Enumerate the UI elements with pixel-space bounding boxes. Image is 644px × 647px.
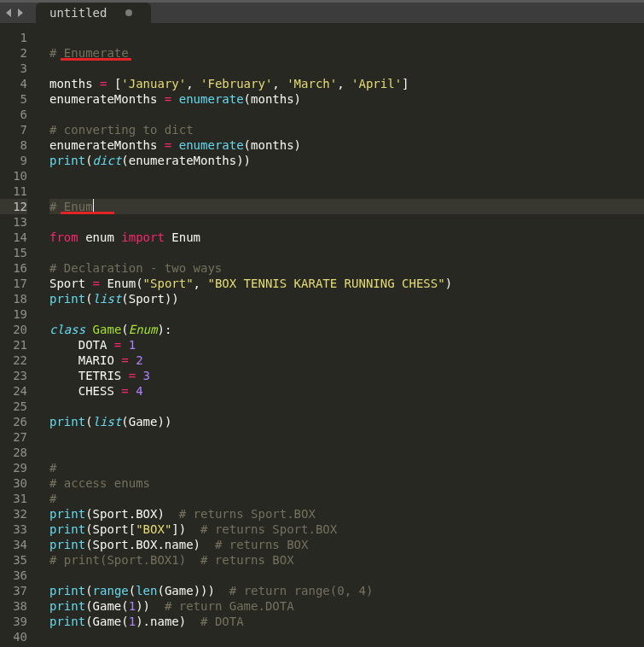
file-tab[interactable]: untitled — [36, 3, 151, 23]
code-line[interactable]: # Declaration - two ways — [49, 260, 644, 276]
line-number[interactable]: 7 — [0, 122, 27, 137]
code-area[interactable]: # Enumerate months = ['January', 'Februa… — [34, 23, 644, 647]
svg-marker-0 — [6, 9, 11, 17]
code-line[interactable]: print(dict(enumerateMonths)) — [49, 153, 644, 168]
title-bar: untitled — [0, 3, 644, 23]
nav-arrows[interactable] — [0, 6, 29, 20]
text-caret — [93, 199, 95, 213]
line-number[interactable]: 35 — [0, 552, 27, 568]
code-line[interactable]: # Enumerate — [49, 45, 644, 61]
line-number-gutter[interactable]: 1234567891011121314151617181920212223242… — [0, 23, 34, 647]
line-number[interactable]: 32 — [0, 506, 27, 522]
code-line[interactable]: # access enums — [49, 475, 644, 491]
line-number[interactable]: 31 — [0, 491, 27, 506]
code-line[interactable] — [49, 245, 644, 260]
code-line[interactable]: months = ['January', 'February', 'March'… — [49, 76, 644, 91]
line-number[interactable]: 9 — [0, 153, 27, 168]
code-line[interactable]: enumerateMonths = enumerate(months) — [49, 137, 644, 153]
code-line[interactable] — [49, 61, 644, 76]
code-line[interactable] — [49, 107, 644, 122]
line-number[interactable]: 24 — [0, 383, 27, 399]
code-line[interactable] — [49, 629, 644, 644]
code-line[interactable]: # — [49, 491, 644, 506]
line-number[interactable]: 11 — [0, 184, 27, 199]
line-number[interactable]: 29 — [0, 460, 27, 475]
line-number[interactable]: 6 — [0, 107, 27, 122]
line-number[interactable]: 10 — [0, 168, 27, 184]
code-line[interactable]: TETRIS = 3 — [49, 368, 644, 383]
code-line[interactable] — [49, 30, 644, 45]
line-number[interactable]: 22 — [0, 353, 27, 368]
code-line[interactable]: print(Game(1).name) # DOTA — [49, 614, 644, 629]
editor: 1234567891011121314151617181920212223242… — [0, 23, 644, 647]
line-number[interactable]: 13 — [0, 214, 27, 230]
code-line[interactable]: # Enum — [49, 199, 644, 214]
line-number[interactable]: 36 — [0, 568, 27, 583]
code-line[interactable]: CHESS = 4 — [49, 383, 644, 399]
line-number[interactable]: 38 — [0, 598, 27, 614]
code-line[interactable]: class Game(Enum): — [49, 322, 644, 337]
dirty-indicator-icon — [125, 9, 132, 16]
line-number[interactable]: 15 — [0, 245, 27, 260]
line-number[interactable]: 39 — [0, 614, 27, 629]
line-number[interactable]: 5 — [0, 91, 27, 107]
code-line[interactable]: print(Game(1)) # return Game.DOTA — [49, 598, 644, 614]
code-line[interactable]: print(Sport.BOX) # returns Sport.BOX — [49, 506, 644, 522]
back-icon[interactable] — [5, 6, 14, 20]
line-number[interactable]: 40 — [0, 629, 27, 644]
line-number[interactable]: 28 — [0, 445, 27, 460]
code-line[interactable]: print(list(Sport)) — [49, 291, 644, 306]
line-number[interactable]: 34 — [0, 537, 27, 552]
code-line[interactable]: enumerateMonths = enumerate(months) — [49, 91, 644, 107]
code-line[interactable]: # converting to dict — [49, 122, 644, 137]
line-number[interactable]: 17 — [0, 276, 27, 291]
code-line[interactable]: DOTA = 1 — [49, 337, 644, 353]
svg-marker-1 — [18, 9, 23, 17]
forward-icon[interactable] — [15, 6, 24, 20]
line-number[interactable]: 18 — [0, 291, 27, 306]
line-number[interactable]: 3 — [0, 61, 27, 76]
code-line[interactable]: MARIO = 2 — [49, 353, 644, 368]
code-line[interactable] — [49, 399, 644, 414]
code-line[interactable] — [49, 168, 644, 184]
code-line[interactable]: print(Sport["BOX"]) # returns Sport.BOX — [49, 522, 644, 537]
code-line[interactable]: print(Sport.BOX.name) # returns BOX — [49, 537, 644, 552]
line-number[interactable]: 23 — [0, 368, 27, 383]
code-line[interactable]: print(list(Game)) — [49, 414, 644, 429]
line-number[interactable]: 8 — [0, 137, 27, 153]
code-line[interactable] — [49, 445, 644, 460]
code-line[interactable] — [49, 214, 644, 230]
line-number[interactable]: 37 — [0, 583, 27, 598]
line-number[interactable]: 1 — [0, 30, 27, 45]
line-number[interactable]: 2 — [0, 45, 27, 61]
line-number[interactable]: 21 — [0, 337, 27, 353]
line-number[interactable]: 30 — [0, 475, 27, 491]
code-line[interactable] — [49, 568, 644, 583]
line-number[interactable]: 25 — [0, 399, 27, 414]
line-number[interactable]: 4 — [0, 76, 27, 91]
line-number[interactable]: 33 — [0, 522, 27, 537]
line-number[interactable]: 26 — [0, 414, 27, 429]
line-number[interactable]: 12 — [0, 199, 27, 214]
code-line[interactable]: print(range(len(Game))) # return range(0… — [49, 583, 644, 598]
line-number[interactable]: 16 — [0, 260, 27, 276]
tab-title: untitled — [49, 6, 107, 20]
code-line[interactable] — [49, 306, 644, 322]
code-line[interactable]: # — [49, 460, 644, 475]
line-number[interactable]: 19 — [0, 306, 27, 322]
code-line[interactable]: from enum import Enum — [49, 230, 644, 245]
code-line[interactable]: Sport = Enum("Sport", "BOX TENNIS KARATE… — [49, 276, 644, 291]
line-number[interactable]: 14 — [0, 230, 27, 245]
line-number[interactable]: 27 — [0, 429, 27, 445]
code-line[interactable] — [49, 429, 644, 445]
code-line[interactable]: # print(Sport.BOX1) # returns BOX — [49, 552, 644, 568]
line-number[interactable]: 20 — [0, 322, 27, 337]
code-line[interactable] — [49, 184, 644, 199]
